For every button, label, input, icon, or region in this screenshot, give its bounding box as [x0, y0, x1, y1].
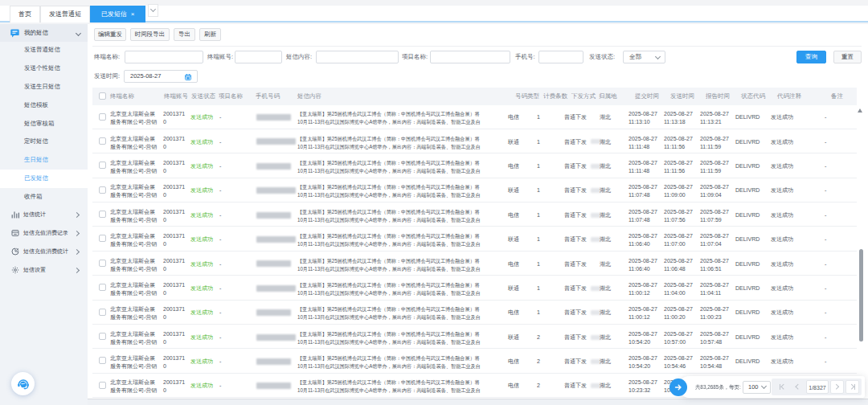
cell-line: 发送成功 — [190, 358, 213, 366]
filter-input-2[interactable] — [316, 51, 399, 63]
row-checkbox[interactable] — [99, 284, 106, 291]
sidebar-group-0[interactable]: 短信统计 — [0, 206, 88, 224]
cell-line: 普通下发 — [564, 284, 587, 292]
sidebar-item-1[interactable]: 发送个性短信 — [0, 59, 88, 78]
first-page-button[interactable] — [776, 380, 789, 394]
sidebar-item-5[interactable]: 定时短信 — [0, 133, 88, 151]
sidebar-item-8[interactable]: 收件箱 — [0, 188, 88, 207]
sidebar-group-my-sms[interactable]: 我的短信 — [0, 24, 88, 42]
reset-button[interactable]: 重置 — [833, 51, 862, 63]
scrollbar-thumb[interactable] — [859, 249, 863, 342]
cell-submit-time: 2025-08-2711:06:40 — [628, 257, 657, 273]
toolbar-button-2[interactable]: 导出 — [174, 28, 195, 41]
filter-label-2: 短信内容: — [286, 51, 312, 63]
cell-line: 电信 — [508, 358, 519, 366]
cell-send-time: 2025-08-2711:07:00 — [664, 232, 693, 248]
filter-input-3[interactable] — [430, 51, 510, 63]
cell-send-method: 普通下发 — [564, 309, 587, 317]
cell-line: - — [219, 235, 221, 243]
sidebar-group-3[interactable]: 短信设置 — [0, 261, 88, 280]
row-checkbox[interactable] — [99, 137, 106, 145]
cell-send-method: 普通下发 — [564, 211, 587, 219]
cell-line: 2025-08-27 — [664, 354, 693, 362]
cell-line: 【亚太瑞斯】第25届机博会武汉工博会（简称：中国机博会与武汉工博会融合展）将 — [297, 208, 490, 216]
sidebar-item-4[interactable]: 短信审核箱 — [0, 115, 88, 133]
cell-line: 0 — [163, 313, 185, 321]
row-checkbox[interactable] — [99, 162, 106, 169]
cell-submit-time: 2025-08-2711:11:48 — [628, 135, 657, 151]
cell-terminal-name: 北京亚太瑞斯会展服务有限公司-营销 — [110, 183, 160, 199]
sidebar-item-3[interactable]: 短信模板 — [0, 96, 88, 115]
select-all-checkbox[interactable] — [99, 92, 106, 100]
table-row: 北京亚太瑞斯会展服务有限公司-营销20013710发送成功-【亚太瑞斯】第25届… — [92, 325, 857, 349]
filter-input-1[interactable] — [235, 51, 282, 63]
row-checkbox[interactable] — [99, 333, 106, 340]
sidebar-group-1[interactable]: 短信充值消费记录 — [0, 224, 88, 243]
sidebar-item-6[interactable]: 生日短信 — [0, 151, 88, 170]
scroll-up-arrow[interactable] — [858, 108, 862, 112]
pagination-toggle-button[interactable] — [669, 378, 687, 396]
cell-line: - — [825, 235, 826, 243]
sidebar-group-2[interactable]: 短信充值消费统计 — [0, 243, 88, 261]
send-status-select[interactable]: 全部 — [623, 51, 665, 63]
next-page-button[interactable] — [830, 380, 844, 394]
cell-number-type: 电信 — [508, 260, 519, 268]
filter-input-0[interactable] — [125, 51, 203, 63]
prev-page-button[interactable] — [791, 380, 805, 394]
chevron-down-icon — [150, 6, 156, 12]
cell-line: 【亚太瑞斯】第25届机博会武汉工博会（简称：中国机博会与武汉工博会融合展）将 — [297, 354, 490, 362]
cell-terminal-name: 北京亚太瑞斯会展服务有限公司-营销 — [110, 135, 160, 151]
cell-remark: - — [825, 284, 826, 292]
cell-code-note: 发送成功 — [771, 358, 793, 366]
row-checkbox[interactable] — [99, 211, 106, 218]
cell-line: - — [219, 162, 221, 170]
toolbar-button-3[interactable]: 刷新 — [199, 28, 221, 41]
cell-terminal-account: 20013710 — [163, 183, 185, 199]
tab-1[interactable]: 发送普通短 — [40, 6, 90, 22]
chevron-right-icon — [833, 384, 838, 389]
cell-submit-time: 2025-08-2711:06:40 — [628, 232, 657, 248]
cell-line: 10月11-13日在武汉国际博览中心A馆举办，展出内容：高端制造装备、智能工业及… — [297, 362, 490, 370]
cell-line: 10:57:00 — [664, 338, 693, 346]
cell-line: 10:54:46 — [664, 362, 693, 370]
cell-line: 2025-08-27 — [664, 183, 693, 191]
page-size-select[interactable]: 100 — [743, 381, 771, 394]
cell-line: 0 — [163, 167, 185, 175]
row-checkbox[interactable] — [99, 260, 106, 267]
toolbar-button-0[interactable]: 编辑重发 — [94, 28, 126, 41]
sidebar-group-label: 短信充值消费记录 — [23, 229, 68, 237]
row-checkbox[interactable] — [99, 357, 106, 364]
cell-project-name: - — [219, 260, 221, 268]
cell-status-code: DELIVRD — [735, 138, 760, 146]
cell-line: 2025-08-27 — [628, 257, 657, 265]
cell-number-type: 电信 — [508, 113, 519, 121]
cell-send-time: 2025-08-2711:00:20 — [664, 305, 693, 321]
row-checkbox[interactable] — [99, 113, 106, 121]
cell-line: 0 — [163, 338, 185, 346]
cell-line: 普通下发 — [564, 358, 587, 366]
cell-line: 服务有限公司-营销 — [110, 167, 160, 175]
sidebar-item-0[interactable]: 发送普通短信 — [0, 41, 88, 59]
cell-line: - — [825, 309, 826, 317]
tab-active[interactable]: 已发短信× — [90, 6, 145, 22]
sidebar-item-7[interactable]: 已发短信 — [0, 170, 88, 188]
pie-chart-icon — [11, 248, 19, 256]
cell-phone-redacted — [256, 260, 291, 267]
cell-phone-redacted — [256, 138, 296, 145]
cell-sms-content: 【亚太瑞斯】第25届机博会武汉工博会（简称：中国机博会与武汉工博会融合展）将10… — [297, 330, 490, 346]
tab-0[interactable]: 首页 — [10, 6, 40, 22]
cell-phone-redacted — [256, 114, 291, 121]
row-checkbox[interactable] — [99, 382, 106, 389]
table-header: 终端名称终端账号发送状态项目名称手机号码短信内容号码类型计费条数下发方式归属地提… — [92, 88, 857, 105]
chevron-left-icon — [781, 384, 786, 389]
tab-overflow-button[interactable] — [148, 4, 158, 17]
search-button[interactable]: 查询 — [796, 51, 826, 63]
filter-input-4[interactable] — [538, 51, 583, 63]
row-checkbox[interactable] — [99, 309, 106, 316]
sidebar-item-2[interactable]: 发送生日短信 — [0, 78, 88, 96]
row-checkbox[interactable] — [99, 186, 106, 194]
toolbar-button-1[interactable]: 时间段导出 — [130, 28, 170, 41]
last-page-button[interactable] — [845, 380, 859, 394]
customer-service-button[interactable] — [11, 372, 35, 395]
row-checkbox[interactable] — [99, 235, 106, 242]
